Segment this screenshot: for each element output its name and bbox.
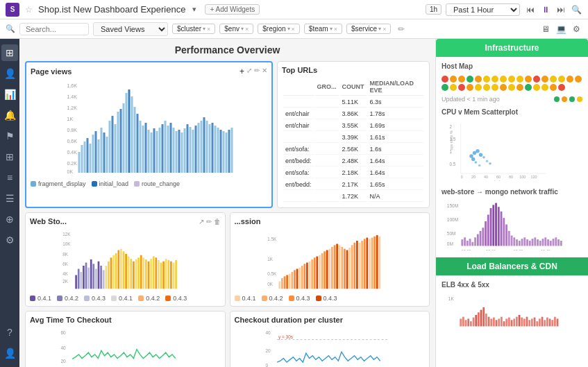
legend-ws-3: 0.4.3 [84, 295, 106, 302]
svg-point-192 [476, 149, 479, 153]
pause-icon[interactable]: ⏸ [539, 3, 552, 16]
svg-rect-267 [503, 321, 505, 326]
svg-rect-128 [288, 274, 290, 289]
host-dot[interactable] [492, 84, 498, 91]
favorite-icon[interactable]: ☆ [25, 5, 33, 15]
web-store-action-edit[interactable]: ✏ [206, 218, 212, 225]
sidebar-item-user[interactable]: 👤 [1, 65, 18, 82]
time-range-select[interactable]: Past 1 Hour [446, 3, 520, 16]
svg-rect-80 [87, 268, 90, 289]
sidebar-item-list[interactable]: ☰ [1, 190, 18, 207]
svg-rect-106 [153, 257, 155, 289]
filter-team-x[interactable]: × [334, 26, 337, 33]
host-dot[interactable] [541, 84, 548, 91]
sidebar-item-layers[interactable]: ≡ [1, 169, 18, 186]
host-dot[interactable] [533, 84, 540, 91]
filter-cluster-x[interactable]: × [207, 26, 210, 33]
host-dot[interactable] [516, 76, 523, 83]
rewind-icon[interactable]: ⏮ [524, 3, 537, 16]
page-views-expand-icon[interactable]: ⤢ [246, 67, 252, 76]
filter-env[interactable]: $env ▾ × [219, 24, 253, 34]
host-dot[interactable] [458, 76, 465, 83]
host-dot[interactable] [508, 84, 515, 91]
host-dot[interactable] [483, 76, 490, 83]
host-dot[interactable] [500, 84, 507, 91]
time-1h-button[interactable]: 1h [426, 4, 442, 15]
sidebar-item-user-bottom[interactable]: 👤 [1, 345, 18, 361]
svg-rect-18 [103, 133, 106, 173]
svg-rect-265 [498, 318, 500, 326]
sidebar-item-help[interactable]: ? [1, 324, 18, 341]
page-views-add-icon[interactable]: + [240, 67, 244, 76]
web-store-action-share[interactable]: ↗ [199, 218, 204, 225]
sidebar-item-alert[interactable]: 🔔 [1, 107, 18, 123]
host-dot[interactable] [458, 84, 465, 91]
svg-rect-282 [541, 317, 544, 327]
lb-cdn-header: Load Balancers & CDN [435, 257, 588, 275]
svg-rect-259 [482, 307, 485, 327]
page-views-edit-icon[interactable]: ✏ [254, 67, 260, 76]
host-dot[interactable] [575, 76, 582, 83]
host-dot[interactable] [475, 84, 482, 91]
svg-text:2K: 2K [62, 279, 69, 284]
host-dot[interactable] [533, 76, 540, 83]
gear-icon[interactable]: ⚙ [570, 23, 582, 35]
host-dot[interactable] [467, 76, 473, 83]
page-views-close-icon[interactable]: ✕ [262, 67, 267, 76]
sidebar: ⊞ 👤 📊 🔔 ⚑ ⊞ ≡ ☰ ⊕ ⚙ ? 👤 [0, 39, 19, 367]
title-caret-icon[interactable]: ▾ [192, 5, 196, 14]
svg-rect-285 [549, 318, 551, 326]
svg-rect-150 [344, 249, 346, 289]
host-dot[interactable] [558, 84, 565, 91]
sidebar-item-chart[interactable]: 📊 [1, 86, 18, 103]
host-dot[interactable] [483, 84, 490, 91]
status-dot-yellow [577, 96, 582, 102]
web-store-action-del[interactable]: 🗑 [214, 218, 221, 225]
svg-rect-110 [162, 262, 165, 289]
filter-service-x[interactable]: × [383, 26, 386, 33]
host-dot[interactable] [566, 76, 573, 83]
forward-icon[interactable]: ⏭ [555, 3, 567, 16]
host-dot[interactable] [550, 76, 557, 83]
svg-point-194 [479, 153, 482, 157]
search-icon[interactable]: 🔍 [570, 3, 582, 16]
svg-point-199 [489, 162, 492, 165]
host-dot[interactable] [450, 76, 457, 83]
filter-service[interactable]: $service ▾ × [346, 24, 392, 34]
filter-env-x[interactable]: × [245, 26, 249, 33]
svg-rect-269 [508, 318, 510, 327]
saved-views-select[interactable]: Saved Views [93, 22, 168, 36]
search-input[interactable] [19, 23, 89, 35]
table-row: 1.72K N/A [283, 191, 423, 202]
host-dot[interactable] [550, 84, 557, 91]
sidebar-item-tag[interactable]: ⊕ [1, 211, 18, 228]
host-dot[interactable] [492, 76, 498, 83]
host-dot[interactable] [500, 76, 507, 83]
sidebar-item-settings[interactable]: ⚙ [1, 232, 18, 248]
edit-filters-icon[interactable]: ✏ [398, 24, 405, 34]
host-dot[interactable] [516, 84, 523, 91]
host-dot[interactable] [467, 84, 473, 91]
svg-rect-212 [477, 234, 479, 246]
host-dot[interactable] [475, 76, 482, 83]
host-dot[interactable] [525, 84, 532, 91]
host-dot[interactable] [450, 84, 457, 91]
growth-col-header: GRO... [315, 78, 339, 96]
desktop-icon[interactable]: 💻 [555, 23, 567, 35]
host-dot[interactable] [541, 76, 548, 83]
host-dot[interactable] [525, 76, 532, 83]
filter-cluster[interactable]: $cluster ▾ × [172, 24, 215, 34]
host-dot[interactable] [508, 76, 515, 83]
svg-rect-243 [557, 239, 560, 246]
filter-team[interactable]: $team ▾ × [304, 24, 342, 34]
host-dot[interactable] [442, 76, 448, 83]
add-widgets-button[interactable]: + Add Widgets [205, 4, 260, 15]
sidebar-item-grid[interactable]: ⊞ [1, 148, 18, 165]
host-dot[interactable] [442, 84, 448, 91]
monitor-icon[interactable]: 🖥 [539, 23, 552, 35]
filter-region-x[interactable]: × [292, 26, 295, 33]
sidebar-item-flag[interactable]: ⚑ [1, 128, 18, 144]
host-dot[interactable] [558, 76, 565, 83]
sidebar-item-home[interactable]: ⊞ [1, 44, 18, 61]
filter-region[interactable]: $region ▾ × [258, 24, 300, 34]
